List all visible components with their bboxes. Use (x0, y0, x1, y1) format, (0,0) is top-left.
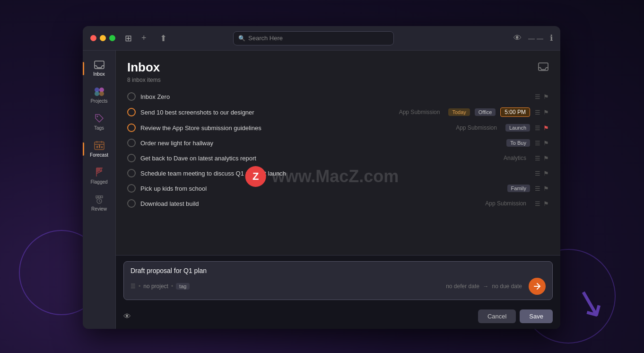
table-row[interactable]: Get back to Dave on latest analytics rep… (123, 150, 553, 166)
notes-icon[interactable]: ☰ (535, 93, 540, 100)
page-title-group: Inbox 8 inbox items (127, 60, 161, 83)
save-button[interactable]: Save (520, 309, 553, 323)
add-task-overlay: ☰ • no project • tag no defer date → no … (116, 255, 560, 304)
add-button[interactable]: + (138, 31, 150, 45)
tag-pill[interactable]: Family (507, 185, 530, 192)
separator: • (139, 283, 140, 290)
task-actions: ☰ ⚑ (535, 155, 549, 162)
task-checkbox[interactable] (127, 92, 136, 101)
note-icon: ☰ (131, 283, 136, 290)
window-controls (90, 35, 115, 41)
table-row[interactable]: Inbox Zero ☰ ⚑ (123, 89, 553, 104)
tag-pill[interactable]: Today (448, 108, 470, 116)
sidebar-item-forecast[interactable]: Forecast (83, 136, 115, 161)
task-actions: ☰ ⚑ (535, 109, 549, 116)
flag-icon[interactable]: ⚑ (543, 185, 549, 192)
flag-icon[interactable]: ⚑ (543, 93, 549, 100)
sidebar-item-review[interactable]: Review (83, 190, 115, 215)
svg-point-3 (95, 91, 99, 96)
flag-icon[interactable]: ⚑ (543, 109, 549, 116)
sidebar: Inbox Projects (83, 51, 116, 329)
task-checkbox[interactable] (127, 169, 136, 177)
cancel-button[interactable]: Cancel (478, 309, 516, 323)
sidebar-item-flagged[interactable]: Flagged (83, 163, 115, 188)
search-input[interactable] (248, 35, 389, 42)
project-label[interactable]: no project (143, 283, 168, 290)
task-checkbox[interactable] (127, 184, 136, 193)
content-header: Inbox 8 inbox items (116, 51, 560, 89)
bg-arrow: ↘ (569, 277, 611, 328)
dash-icon[interactable]: — — (528, 35, 543, 42)
sidebar-label-flagged: Flagged (90, 179, 107, 185)
window-close-dot[interactable] (90, 35, 96, 41)
table-row[interactable]: Send 10 best screenshots to our designer… (123, 104, 553, 120)
footer-eye-icon[interactable]: 👁 (123, 312, 131, 321)
task-checkbox[interactable] (127, 139, 136, 147)
notes-icon[interactable]: ☰ (535, 170, 540, 177)
main-content: Inbox 8 inbox items Inbox Zero (116, 51, 560, 329)
tag-selector[interactable]: tag (176, 283, 190, 290)
flag-icon[interactable]: ⚑ (543, 170, 549, 177)
search-bar: 🔍 (233, 31, 394, 45)
add-task-input-box: ☰ • no project • tag no defer date → no … (123, 261, 553, 300)
task-actions: ☰ ⚑ (535, 200, 549, 207)
task-title: Download latest build (140, 200, 480, 207)
page-subtitle: 8 inbox items (127, 77, 161, 83)
sidebar-item-inbox[interactable]: Inbox (83, 56, 115, 80)
task-title: Order new light for hallway (140, 140, 502, 147)
add-task-submit-icon[interactable] (529, 278, 546, 295)
notes-icon[interactable]: ☰ (535, 109, 540, 116)
notes-icon[interactable]: ☰ (535, 185, 540, 192)
flag-icon[interactable]: ⚑ (543, 200, 549, 207)
task-checkbox[interactable] (127, 154, 136, 162)
table-row[interactable]: Pick up kids from school Family ☰ ⚑ (123, 181, 553, 196)
notes-icon[interactable]: ☰ (535, 124, 540, 132)
svg-rect-10 (96, 146, 98, 148)
task-title: Review the App Store submission guidelin… (140, 124, 451, 132)
table-row[interactable]: Order new light for hallway To Buy ☰ ⚑ (123, 135, 553, 150)
tag-pill[interactable]: To Buy (506, 139, 530, 147)
tags-icon (94, 113, 104, 124)
forecast-icon (94, 140, 105, 150)
eye-icon[interactable]: 👁 (513, 34, 522, 43)
task-checkbox[interactable] (127, 199, 136, 208)
task-actions: ☰ ⚑ (535, 140, 549, 147)
svg-rect-12 (101, 146, 103, 148)
notes-icon[interactable]: ☰ (535, 140, 540, 147)
task-title: Send 10 best screenshots to our designer (140, 109, 394, 116)
tag-pill[interactable]: Launch (505, 124, 530, 132)
task-project: Analytics (504, 155, 526, 161)
table-row[interactable]: Schedule team meeting to discuss Q1 prod… (123, 166, 553, 181)
add-task-row: ☰ • no project • tag no defer date → no … (123, 261, 553, 304)
title-bar: ⊞ + ⬆ 🔍 👁 — — ℹ (83, 26, 560, 51)
upload-button[interactable]: ⬆ (156, 31, 171, 45)
add-task-date: no defer date → no due date (446, 283, 522, 290)
notes-icon[interactable]: ☰ (535, 200, 540, 207)
flag-icon[interactable]: ⚑ (543, 124, 549, 132)
tag-pill[interactable]: Office (475, 108, 496, 116)
sidebar-item-tags[interactable]: Tags (83, 109, 115, 134)
task-title: Pick up kids from school (140, 185, 503, 192)
app-window: ⊞ + ⬆ 🔍 👁 — — ℹ (83, 26, 560, 329)
task-checkbox[interactable] (127, 124, 136, 132)
table-row[interactable]: Download latest build App Submission ☰ ⚑ (123, 196, 553, 211)
svg-point-5 (96, 116, 98, 117)
review-icon (94, 194, 104, 204)
task-project: App Submission (485, 200, 526, 207)
flag-icon[interactable]: ⚑ (543, 155, 549, 162)
notes-icon[interactable]: ☰ (535, 155, 540, 162)
window-maximize-dot[interactable] (109, 35, 115, 41)
flag-icon[interactable]: ⚑ (543, 140, 549, 147)
task-checkbox[interactable] (127, 108, 136, 116)
task-project: App Submission (456, 124, 497, 131)
window-minimize-dot[interactable] (100, 35, 106, 41)
projects-icon (93, 86, 105, 97)
info-icon[interactable]: ℹ (550, 33, 553, 43)
task-actions: ☰ ⚑ (535, 170, 549, 177)
add-task-footer: 👁 Cancel Save (116, 304, 560, 329)
add-task-title-input[interactable] (131, 267, 546, 274)
sidebar-toggle-icon[interactable]: ⊞ (125, 33, 132, 44)
sidebar-label-projects: Projects (90, 98, 107, 104)
table-row[interactable]: Review the App Store submission guidelin… (123, 120, 553, 135)
sidebar-item-projects[interactable]: Projects (83, 82, 115, 107)
